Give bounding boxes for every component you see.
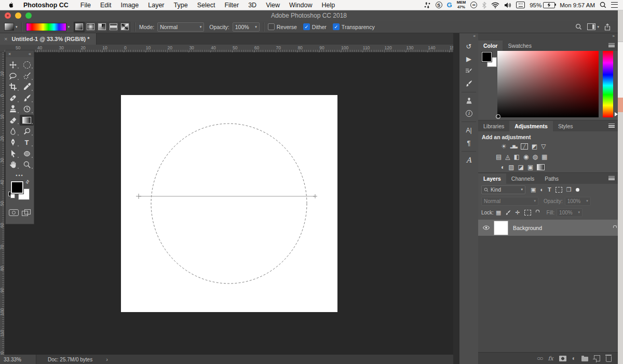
posterize-icon[interactable]: ▨ xyxy=(508,164,514,170)
panel-menu-icon[interactable] xyxy=(608,124,615,128)
collapse-dock-icon[interactable]: « xyxy=(459,33,478,40)
screen-mode-button[interactable] xyxy=(22,209,31,215)
actions-panel-icon[interactable]: ▶ xyxy=(459,52,478,65)
new-adjustment-layer-icon[interactable]: ◐ xyxy=(572,355,576,361)
close-panel-icon[interactable]: × xyxy=(8,51,11,57)
character-panel-icon[interactable]: A| xyxy=(459,124,478,137)
brushes-panel-icon[interactable] xyxy=(459,77,478,90)
hue-slider[interactable] xyxy=(603,51,613,117)
glyphs-panel-icon[interactable]: A xyxy=(459,154,478,166)
menu-layer[interactable]: Layer xyxy=(143,2,169,9)
checkbox-icon[interactable] xyxy=(268,23,275,30)
blend-mode-select[interactable]: Normal ▾ xyxy=(157,22,204,32)
lock-paint-icon[interactable] xyxy=(505,210,511,215)
reverse-checkbox[interactable]: Reverse xyxy=(268,23,297,30)
tool-move[interactable] xyxy=(6,59,20,70)
channel-mixer-icon[interactable]: ◍ xyxy=(532,154,537,160)
panel-menu-icon[interactable] xyxy=(608,43,615,47)
apple-logo-icon[interactable] xyxy=(7,1,14,9)
tab-swatches[interactable]: Swatches xyxy=(503,41,537,51)
creative-cloud-icon[interactable]: ∞ xyxy=(470,2,477,8)
lock-artboard-icon[interactable] xyxy=(524,210,531,215)
angle-gradient-button[interactable] xyxy=(97,22,107,32)
tool-elliptical-marquee[interactable] xyxy=(20,59,34,70)
battery-status[interactable]: 95% xyxy=(530,2,555,8)
menu-image[interactable]: Image xyxy=(116,2,144,9)
quick-mask-button[interactable] xyxy=(9,209,19,216)
new-layer-icon[interactable] xyxy=(594,355,600,361)
black-white-icon[interactable]: ◧ xyxy=(514,154,520,160)
filter-adjustment-layers-icon[interactable]: ◐ xyxy=(540,187,544,193)
document-tab[interactable]: × Untitled-1 @ 33.3% (RGB/8) * xyxy=(0,33,97,45)
invert-icon[interactable]: ◐ xyxy=(501,164,505,170)
delete-layer-icon[interactable] xyxy=(606,356,612,362)
tool-zoom[interactable] xyxy=(20,159,34,170)
tab-libraries[interactable]: Libraries xyxy=(478,121,509,131)
tool-ellipse-shape[interactable] xyxy=(20,148,34,159)
layer-opacity-field[interactable]: 100% ▾ xyxy=(565,197,591,206)
menu-filter[interactable]: Filter xyxy=(220,2,243,9)
expand-dock-icon[interactable]: » xyxy=(478,33,618,40)
filter-type-layers-icon[interactable]: T xyxy=(548,187,551,193)
color-lookup-icon[interactable]: ▦ xyxy=(541,154,547,160)
linear-gradient-button[interactable] xyxy=(74,22,85,32)
color-picker-handle[interactable] xyxy=(496,114,500,119)
tool-crop[interactable] xyxy=(6,82,20,92)
memory-status[interactable]: MEM 47% xyxy=(457,1,466,9)
collapse-panel-icon[interactable]: « xyxy=(29,51,31,57)
hue-saturation-icon[interactable]: ▤ xyxy=(496,154,502,160)
layers-empty-area[interactable] xyxy=(478,236,618,352)
tab-layers[interactable]: Layers xyxy=(478,173,506,184)
tool-spot-healing[interactable] xyxy=(6,92,20,103)
menu-help[interactable]: Help xyxy=(317,2,340,9)
filter-smart-objects-icon[interactable]: ❐ xyxy=(566,187,572,193)
levels-icon[interactable]: ▂▆▃ xyxy=(510,144,517,149)
skype-icon[interactable]: S xyxy=(436,2,442,8)
share-icon[interactable] xyxy=(604,23,611,31)
zoom-level-field[interactable]: 33.33% xyxy=(0,355,36,364)
search-icon[interactable] xyxy=(575,23,582,30)
tool-dodge[interactable] xyxy=(20,126,34,137)
panel-menu-icon[interactable] xyxy=(608,176,615,180)
menu-window[interactable]: Window xyxy=(285,2,317,9)
tool-blur[interactable] xyxy=(6,126,20,137)
checkbox-checked-icon[interactable]: ✓ xyxy=(303,23,310,30)
spotlight-search-icon[interactable] xyxy=(600,2,606,8)
tab-color[interactable]: Color xyxy=(478,41,503,51)
close-tab-icon[interactable]: × xyxy=(4,36,7,42)
logitech-icon[interactable]: G xyxy=(447,1,452,9)
layer-thumbnail[interactable] xyxy=(494,221,508,235)
exposure-icon[interactable]: ◩ xyxy=(532,143,537,150)
tool-quick-selection[interactable] xyxy=(20,70,34,81)
opacity-select[interactable]: 100% ▾ xyxy=(233,22,260,32)
transparency-checkbox[interactable]: ✓ Transparency xyxy=(333,23,375,30)
edit-toolbar-icon[interactable]: ••• xyxy=(6,173,34,178)
tool-clone-stamp[interactable] xyxy=(6,104,20,115)
dither-checkbox[interactable]: ✓ Dither xyxy=(303,23,327,30)
notification-center-icon[interactable] xyxy=(611,2,618,8)
add-layer-mask-icon[interactable] xyxy=(559,356,566,361)
volume-icon[interactable] xyxy=(504,2,511,8)
menu-edit[interactable]: Edit xyxy=(96,2,116,9)
layer-filter-select[interactable]: Kind ▾ xyxy=(481,185,525,194)
brightness-contrast-icon[interactable]: ☀ xyxy=(501,143,507,150)
chevron-down-icon[interactable]: ▾ xyxy=(68,25,70,29)
diamond-gradient-button[interactable] xyxy=(119,22,130,32)
layer-blend-mode-select[interactable]: Normal ▾ xyxy=(481,197,538,206)
layer-row-background[interactable]: Background xyxy=(478,220,618,236)
tab-adjustments[interactable]: Adjustments xyxy=(509,121,553,131)
paragraph-panel-icon[interactable]: ¶ xyxy=(459,137,478,149)
lock-transparency-icon[interactable]: ▦ xyxy=(496,210,501,215)
saturation-brightness-field[interactable] xyxy=(497,51,599,117)
foreground-color-swatch[interactable] xyxy=(11,181,23,194)
tool-preset-picker[interactable]: ▾ xyxy=(4,23,18,31)
filter-shape-layers-icon[interactable] xyxy=(556,187,562,193)
menu-type[interactable]: Type xyxy=(169,2,193,9)
vibrance-icon[interactable]: ▽ xyxy=(541,143,546,150)
color-balance-icon[interactable]: ◬ xyxy=(505,154,510,160)
filter-toggle-icon[interactable] xyxy=(576,188,579,192)
layer-visibility-eye-icon[interactable] xyxy=(482,225,490,231)
threshold-icon[interactable]: ◪ xyxy=(518,164,524,170)
selective-color-icon[interactable]: ▣ xyxy=(527,164,533,170)
vertical-ruler[interactable]: 100102030405060708090100110120 xyxy=(0,52,5,355)
